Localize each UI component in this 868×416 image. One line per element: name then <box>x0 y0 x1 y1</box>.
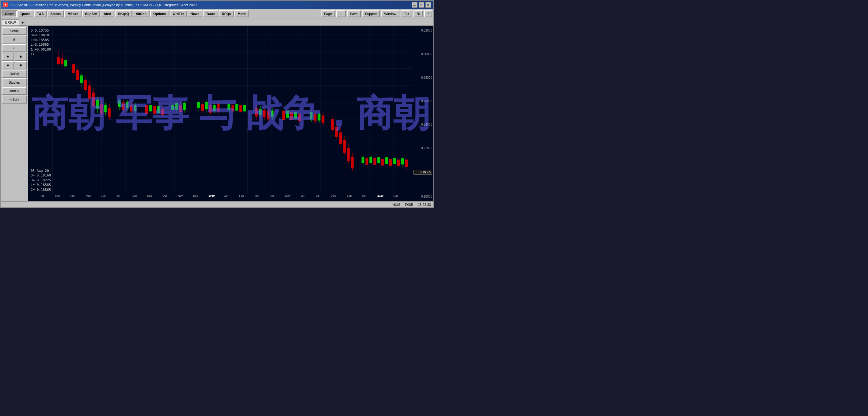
menu-options[interactable]: Options <box>150 10 169 17</box>
time-aug19: Aug <box>331 194 336 197</box>
tool-btn-1[interactable]: ✱ <box>2 53 14 61</box>
menu-trade[interactable]: Trade <box>203 10 218 17</box>
page-button[interactable]: Page <box>321 10 335 17</box>
menu-news[interactable]: News <box>188 10 203 17</box>
svg-rect-75 <box>179 105 182 112</box>
svg-rect-109 <box>271 110 273 117</box>
svg-rect-159 <box>397 160 400 166</box>
disk-button[interactable]: 🖫 <box>413 10 423 17</box>
time-jan19: Jan <box>224 194 229 197</box>
title-bar-left: ✦ 13:22:32 BR6 - Brazilian Real (Globex)… <box>3 2 196 7</box>
svg-rect-39 <box>88 86 91 98</box>
tool-btn-4[interactable]: ✱ <box>15 61 27 69</box>
svg-rect-127 <box>322 116 324 123</box>
nav-button[interactable]: ↔ <box>336 10 346 17</box>
svg-rect-89 <box>217 104 219 111</box>
svg-rect-67 <box>157 106 160 113</box>
svg-rect-163 <box>405 160 408 167</box>
add-tab-button[interactable]: + <box>20 20 25 25</box>
menu-chart[interactable]: Chart <box>2 10 17 17</box>
time-scale: Feb Mar Apr May Jun Jul Aug Sep Oct Nov … <box>28 194 412 201</box>
svg-rect-83 <box>205 102 208 109</box>
icon-row-3: ✱ ✱ <box>2 53 27 61</box>
time-sep19: Sep <box>347 194 351 197</box>
time-may18: May <box>86 194 91 197</box>
svg-rect-153 <box>385 157 388 164</box>
svg-rect-139 <box>351 157 353 168</box>
tab-br6w[interactable]: BR6,W <box>2 19 19 25</box>
currency-button[interactable]: € <box>2 44 27 52</box>
menu-rfqs[interactable]: RFQs <box>219 10 234 17</box>
svg-rect-59 <box>134 105 136 111</box>
time-apr18: Apr <box>70 194 75 197</box>
ohlc-info-bottom: 03 Aug 20 O= 0.19160 H= 0.19225 L= 0.185… <box>31 168 51 192</box>
hist-button[interactable]: <Hist> <box>2 96 27 103</box>
minimize-button[interactable]: — <box>412 2 417 8</box>
svg-rect-91 <box>228 104 230 110</box>
menu-quote[interactable]: Quote <box>18 10 33 17</box>
ohlc-open: 0=0.18755 <box>31 28 51 33</box>
svg-rect-147 <box>374 158 376 165</box>
svg-rect-133 <box>339 133 342 144</box>
maximize-button[interactable]: □ <box>419 2 424 8</box>
menu-more[interactable]: More <box>235 10 249 17</box>
ohlc-bottom-low: L= 0.18585 <box>31 183 51 187</box>
menu-status[interactable]: Status <box>48 10 64 17</box>
svg-rect-81 <box>201 104 204 110</box>
time-apr19: Apr <box>270 194 274 197</box>
support-button[interactable]: Support <box>362 10 380 17</box>
time-jun19: Jun <box>301 194 305 197</box>
status-bar: NUM P005 13:22:33 <box>1 201 433 207</box>
time-sep18: Sep <box>147 194 152 197</box>
time-oct19: Oct <box>362 194 366 197</box>
svg-rect-141 <box>362 157 364 163</box>
ohlc-high: H=0.18870 <box>31 33 51 37</box>
svg-rect-49 <box>108 108 110 117</box>
intd-button[interactable]: <IntD> <box>2 87 27 95</box>
close-button[interactable]: ✕ <box>426 2 431 8</box>
window-title: 13:22:32 BR6 - Brazilian Real (Globex), … <box>10 3 196 7</box>
svg-rect-27 <box>61 59 63 64</box>
menu-mscan[interactable]: MScan <box>64 10 81 17</box>
exit-button[interactable]: Exit <box>401 10 412 17</box>
time-nov18: Nov <box>178 194 183 197</box>
tool-btn-3[interactable]: ✱ <box>2 61 14 69</box>
window-button[interactable]: Window <box>381 10 399 17</box>
print-button[interactable]: 🖨 <box>2 35 27 43</box>
time-feb19: Feb <box>239 194 244 197</box>
menu-supsrv[interactable]: SupSrv <box>82 10 100 17</box>
studies-button[interactable]: Studies <box>2 78 27 86</box>
svg-rect-85 <box>209 105 212 113</box>
svg-rect-87 <box>213 105 215 111</box>
svg-rect-113 <box>286 110 289 117</box>
menu-snapq[interactable]: SnapQ <box>115 10 132 17</box>
svg-rect-55 <box>126 102 128 108</box>
svg-rect-63 <box>149 105 152 111</box>
svg-rect-47 <box>104 105 106 112</box>
icon-row-1: 🖨 <box>2 35 27 43</box>
svg-rect-101 <box>255 108 257 117</box>
svg-rect-31 <box>72 64 75 73</box>
svg-rect-117 <box>294 112 297 118</box>
rescl-button[interactable]: ReScl <box>2 70 27 78</box>
tool-btn-2[interactable]: ✱ <box>15 53 27 61</box>
menu-ordtkt[interactable]: OrdTkt <box>170 10 187 17</box>
price-chart <box>28 26 412 194</box>
menu-ts[interactable]: T&S <box>34 10 47 17</box>
time-aug20: Aug <box>393 194 398 197</box>
menu-alert[interactable]: Alert <box>100 10 114 17</box>
svg-rect-33 <box>76 70 79 80</box>
svg-rect-57 <box>130 105 132 111</box>
price-0280: 0.28000 <box>413 76 432 79</box>
time-aug18: Aug <box>132 194 137 197</box>
help-button[interactable]: ? <box>424 10 432 17</box>
svg-rect-105 <box>263 110 266 117</box>
save-button[interactable]: Save <box>347 10 361 17</box>
chart-area[interactable]: 0=0.18755 H=0.18870 L=0.18585 L=0.18865 … <box>28 26 433 201</box>
menu-bar-left: Chart Quote T&S Status MScan SupSrv Aler… <box>2 10 249 17</box>
svg-rect-155 <box>389 159 392 166</box>
svg-rect-137 <box>347 148 349 161</box>
time-2019: 2019 <box>209 194 215 197</box>
menu-allcon[interactable]: AllCon <box>133 10 150 17</box>
setup-button[interactable]: Setup <box>2 27 27 35</box>
